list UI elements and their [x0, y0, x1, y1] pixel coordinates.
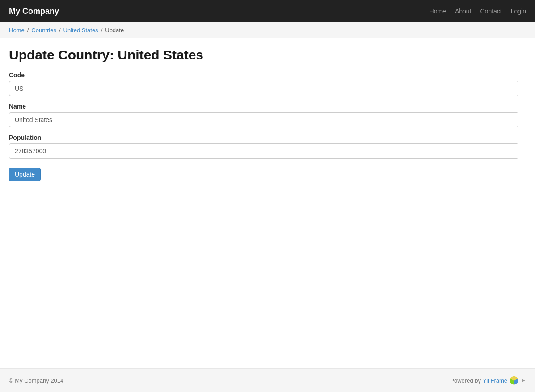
breadcrumb-bar: Home / Countries / United States / Updat… — [0, 22, 535, 38]
navbar-brand[interactable]: My Company — [9, 7, 59, 16]
breadcrumb: Home / Countries / United States / Updat… — [9, 27, 526, 34]
navbar-links: Home About Contact Login — [430, 8, 526, 15]
breadcrumb-item-home: Home — [9, 27, 25, 34]
nav-login[interactable]: Login — [511, 8, 526, 15]
separator-icon-2: / — [59, 27, 61, 34]
population-label: Population — [9, 134, 526, 141]
navbar: My Company Home About Contact Login — [0, 0, 535, 22]
nav-about[interactable]: About — [455, 8, 472, 15]
breadcrumb-link-united-states[interactable]: United States — [63, 27, 98, 34]
nav-contact[interactable]: Contact — [480, 8, 501, 15]
breadcrumb-item-countries: Countries — [31, 27, 56, 34]
main-content: Update Country: United States Code Name … — [0, 38, 535, 368]
code-field-group: Code — [9, 72, 526, 96]
update-form: Code Name Population Update — [9, 72, 526, 181]
name-field-group: Name — [9, 103, 526, 127]
yii-arrow-icon: ► — [521, 377, 526, 384]
population-input[interactable] — [9, 143, 518, 159]
footer-powered: Powered by Yii Frame ► — [450, 375, 526, 385]
separator-icon: / — [27, 27, 29, 34]
population-field-group: Population — [9, 134, 526, 159]
powered-by-text: Powered by — [450, 377, 481, 384]
name-label: Name — [9, 103, 526, 110]
yii-logo-icon — [509, 375, 519, 385]
update-button[interactable]: Update — [9, 168, 41, 181]
page-title: Update Country: United States — [9, 47, 526, 63]
breadcrumb-separator-2: / — [59, 27, 61, 34]
yii-link[interactable]: Yii Frame — [483, 377, 507, 384]
nav-home[interactable]: Home — [430, 8, 446, 15]
breadcrumb-item-update: Update — [105, 27, 124, 34]
code-input[interactable] — [9, 81, 518, 96]
separator-icon-3: / — [101, 27, 103, 34]
footer: © My Company 2014 Powered by Yii Frame ► — [0, 368, 535, 392]
breadcrumb-link-home[interactable]: Home — [9, 27, 25, 34]
breadcrumb-separator-3: / — [101, 27, 103, 34]
footer-copyright: © My Company 2014 — [9, 377, 63, 384]
name-input[interactable] — [9, 112, 518, 127]
yii-label: Yii Frame — [483, 377, 507, 384]
breadcrumb-link-countries[interactable]: Countries — [31, 27, 56, 34]
breadcrumb-separator-1: / — [27, 27, 29, 34]
code-label: Code — [9, 72, 526, 79]
breadcrumb-active: Update — [105, 27, 124, 34]
breadcrumb-item-united-states: United States — [63, 27, 98, 34]
